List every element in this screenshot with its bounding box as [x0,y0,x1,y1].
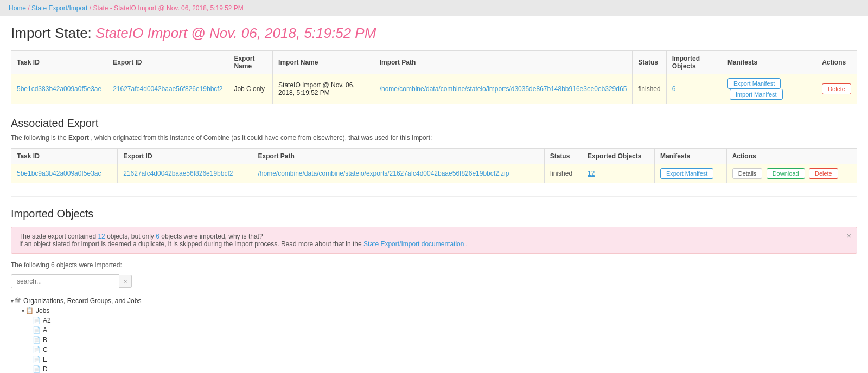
associated-export-row: 5be1bc9a3b42a009a0f5e3ac 21627afc4d0042b… [11,164,857,183]
import-table-row: 5be1cd383b42a009a0f5e3ae 21627afc4d0042b… [11,74,857,104]
col-actions: Actions [816,51,857,74]
alert-close-button[interactable]: × [847,231,851,240]
breadcrumb-state-export-import[interactable]: State Export/Import [31,4,87,12]
imported-objects-title: Imported Objects [11,208,857,220]
imported-objects-count-link[interactable]: 6 [672,85,676,93]
import-export-name: Job C only [228,74,273,104]
page-title: Import State: StateIO Import @ Nov. 06, … [11,25,857,42]
tree-leaf-b-label: B [43,336,47,344]
ae-export-manifest-button[interactable]: Export Manifest [660,168,713,179]
tree-leaf-a-label: A [43,326,47,334]
import-name: StateIO Import @ Nov. 06, 2018, 5:19:52 … [273,74,374,104]
tree-jobs-children: 📄 A2 📄 A 📄 B 📄 C 📄 E [22,316,857,373]
tree-root-label: Organizations, Record Groups, and Jobs [23,297,141,305]
ae-export-id-link[interactable]: 21627afc4d0042baae56f826e19bbcf2 [123,170,233,177]
leaf-d-icon: 📄 [33,365,41,373]
ae-col-manifests: Manifests [654,149,726,164]
ae-col-exported-objects: Exported Objects [582,149,655,164]
tree-root-item: ▾ 🏛 Organizations, Record Groups, and Jo… [11,296,857,306]
ae-task-id-link[interactable]: 5be1bc9a3b42a009a0f5e3ac [17,170,101,177]
ae-status: finished [544,164,582,183]
alert-count-6-link[interactable]: 6 [156,233,159,240]
col-status: Status [633,51,666,74]
tree-leaf-c-label: C [43,346,48,353]
export-manifest-button[interactable]: Export Manifest [727,78,781,89]
col-import-name: Import Name [273,51,374,74]
leaf-c-icon: 📄 [33,346,41,353]
ae-col-export-path: Export Path [252,149,544,164]
tree-root-children: ▾ 📋 Jobs 📄 A2 📄 A 📄 B 📄 [11,306,857,373]
tree-jobs-toggle[interactable]: ▾ [22,308,24,314]
import-delete-button[interactable]: Delete [822,83,851,94]
import-path-link[interactable]: /home/combine/data/combine/stateio/impor… [380,85,627,93]
search-input[interactable] [11,274,119,288]
col-export-id: Export ID [107,51,228,74]
search-clear-button[interactable]: × [119,275,132,288]
leaf-e-icon: 📄 [33,356,41,363]
col-manifests: Manifests [722,51,816,74]
breadcrumb-home[interactable]: Home [9,4,26,12]
tree-leaf-d: 📄 D [33,364,857,373]
tree-leaf-a2: 📄 A2 [33,316,857,325]
alert-line1: The state export contained 12 objects, b… [19,233,849,240]
col-task-id: Task ID [11,51,107,74]
tree-jobs-label: Jobs [36,307,49,314]
ae-col-task-id: Task ID [11,149,118,164]
alert-line2: If an object slated for import is deemed… [19,240,849,248]
tree-leaf-a: 📄 A [33,325,857,335]
breadcrumb: Home / State Export/Import / State - Sta… [0,0,868,16]
associated-export-desc: The following is the Export , which orig… [11,134,857,142]
leaf-a-icon: 📄 [33,326,41,334]
breadcrumb-current: State - StateIO Import @ Nov. 06, 2018, … [93,4,243,12]
import-task-id-link[interactable]: 5be1cd383b42a009a0f5e3ae [17,85,101,93]
import-table: Task ID Export ID Export Name Import Nam… [11,50,857,104]
ae-details-button[interactable]: Details [732,168,763,179]
associated-export-title: Associated Export [11,117,857,130]
leaf-a2-icon: 📄 [33,317,41,324]
ae-col-export-id: Export ID [118,149,252,164]
associated-export-table: Task ID Export ID Export Path Status Exp… [11,148,857,183]
ae-col-status: Status [544,149,582,164]
tree-jobs-item: ▾ 📋 Jobs [22,306,857,316]
jobs-icon: 📋 [25,307,34,314]
import-export-id-link[interactable]: 21627afc4d0042baae56f826e19bbcf2 [113,85,222,93]
col-imported-objects: Imported Objects [666,51,722,74]
tree-leaf-e: 📄 E [33,355,857,364]
tree-root-toggle[interactable]: ▾ [11,298,14,304]
ae-download-button[interactable]: Download [767,168,805,179]
search-container: × [11,274,857,288]
col-export-name: Export Name [228,51,273,74]
col-import-path: Import Path [374,51,633,74]
tree-leaf-d-label: D [43,365,48,373]
tree-container: ▾ 🏛 Organizations, Record Groups, and Jo… [11,296,857,373]
alert-count-12-link[interactable]: 12 [98,233,105,240]
imported-objects-alert: × The state export contained 12 objects,… [11,227,857,254]
ae-delete-button[interactable]: Delete [809,168,838,179]
ae-export-path-link[interactable]: /home/combine/data/combine/stateio/expor… [258,170,509,177]
alert-doc-link[interactable]: State Export/Import documentation [363,240,464,248]
ae-col-actions: Actions [726,149,857,164]
leaf-b-icon: 📄 [33,336,41,344]
tree-leaf-e-label: E [43,356,47,363]
tree-leaf-a2-label: A2 [43,317,51,324]
import-manifest-button[interactable]: Import Manifest [730,89,783,100]
objects-count-text: The following 6 objects were imported: [11,261,857,269]
tree-leaf-c: 📄 C [33,345,857,355]
import-status: finished [633,74,666,104]
organizations-icon: 🏛 [15,297,21,305]
ae-exported-objects-link[interactable]: 12 [588,170,595,177]
tree-leaf-b: 📄 B [33,335,857,345]
